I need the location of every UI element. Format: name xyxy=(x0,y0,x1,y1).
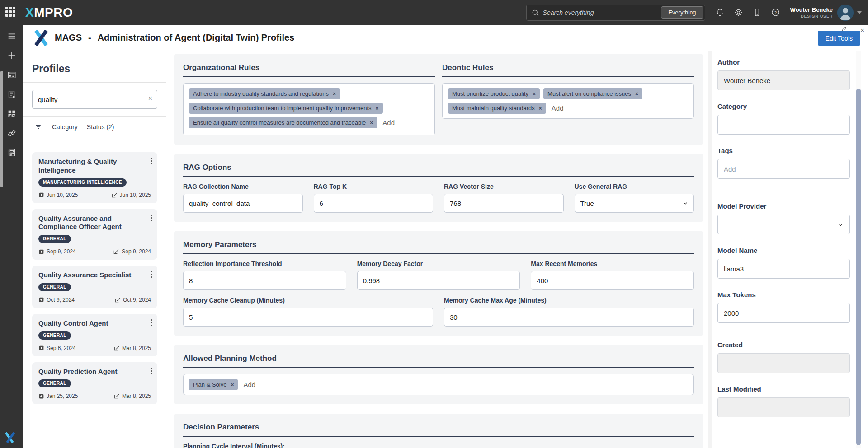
allowed-planning-section: Allowed Planning Method Plan & Solve× Ad… xyxy=(174,345,703,404)
filter-category[interactable]: Category xyxy=(52,123,78,131)
organizational-rules-heading: Organizational Rules xyxy=(183,60,435,77)
notifications-bell-icon[interactable] xyxy=(715,8,725,17)
profiles-panel: Profiles × Category Status (2) Manufactu… xyxy=(23,51,166,448)
search-scope-button[interactable]: Everything xyxy=(661,6,703,19)
global-search-input[interactable] xyxy=(543,9,661,16)
main-scrollbar-thumb[interactable] xyxy=(0,71,3,187)
modified-date: Oct 9, 2024 xyxy=(123,297,151,303)
cache-max-age-input[interactable] xyxy=(444,308,694,327)
filter-status[interactable]: Status (2) xyxy=(87,123,114,131)
link-connection-icon[interactable] xyxy=(7,128,17,138)
rule-tag: Adhere to industry quality standards and… xyxy=(189,88,340,99)
menu-hamburger-icon[interactable] xyxy=(7,31,17,41)
add-rule-button[interactable]: Add xyxy=(550,104,566,112)
rag-options-heading: RAG Options xyxy=(183,159,694,177)
organizational-rules-tagbox[interactable]: Adhere to industry quality standards and… xyxy=(183,83,435,135)
dashboard-icon[interactable] xyxy=(7,70,17,80)
model-name-input[interactable] xyxy=(717,259,850,279)
chevron-down-icon xyxy=(838,222,844,228)
rule-tag: Collaborate with production team to impl… xyxy=(189,103,383,114)
max-tokens-label: Max Tokens xyxy=(717,291,850,299)
remove-tag-icon[interactable]: × xyxy=(376,106,379,111)
filter-icon[interactable] xyxy=(35,123,43,131)
rag-collection-input[interactable] xyxy=(183,194,303,213)
planning-method-tagbox[interactable]: Plan & Solve× Add xyxy=(183,374,694,395)
profile-meta-panel: Author Category Tags Model Provider Mode… xyxy=(717,51,850,448)
reflection-threshold-input[interactable] xyxy=(183,271,346,290)
decision-parameters-heading: Decision Parameters xyxy=(183,419,694,437)
rule-tag: Must maintain quality standards× xyxy=(448,103,546,114)
item-kebab-menu-icon[interactable] xyxy=(151,215,152,221)
add-rule-button[interactable]: Add xyxy=(381,119,396,126)
user-menu-caret-icon[interactable] xyxy=(857,11,862,14)
cache-max-age-label: Memory Cache Max Age (Minutes) xyxy=(444,297,694,304)
category-input[interactable] xyxy=(717,115,850,135)
cache-cleanup-label: Memory Cache Cleanup (Minutes) xyxy=(183,297,433,304)
memory-decay-input[interactable] xyxy=(357,271,520,290)
last-modified-label: Last Modified xyxy=(717,385,850,393)
add-planning-method-button[interactable]: Add xyxy=(241,381,257,388)
deontic-rules-tagbox[interactable]: Must prioritize product quality× Must al… xyxy=(442,83,694,119)
app-name: MAGS xyxy=(55,33,82,43)
cache-cleanup-input[interactable] xyxy=(183,308,433,327)
form-document-icon[interactable] xyxy=(7,89,17,99)
rule-tag: Must alert on compliance issues× xyxy=(543,88,642,99)
remove-tag-icon[interactable]: × xyxy=(333,91,336,97)
blocks-widgets-icon[interactable] xyxy=(7,109,17,119)
divider xyxy=(23,145,166,145)
profile-list-item[interactable]: Quality Prediction Agent GENERAL Jan 25,… xyxy=(32,362,157,405)
help-icon[interactable]: ? xyxy=(771,8,780,17)
add-new-icon[interactable] xyxy=(7,51,17,61)
remove-tag-icon[interactable]: × xyxy=(635,91,638,97)
rag-topk-label: RAG Top K xyxy=(314,183,434,190)
profile-list-item[interactable]: Manufacturing & Quality Intelligence MAN… xyxy=(32,152,157,203)
main-scrollbar-track[interactable] xyxy=(708,51,712,448)
mobile-device-icon[interactable] xyxy=(752,8,762,17)
panel-scrollbar-thumb[interactable] xyxy=(856,89,861,445)
rag-collection-label: RAG Collection Name xyxy=(183,183,303,190)
remove-tag-icon[interactable]: × xyxy=(370,120,373,126)
use-general-rag-select[interactable]: True xyxy=(575,194,694,213)
rule-tag-label: Must prioritize product quality xyxy=(452,90,528,97)
page-header: MAGS - Administration of Agent (Digital … xyxy=(23,25,868,51)
close-icon[interactable]: × xyxy=(860,27,864,33)
edit-tools-button[interactable]: Edit Tools xyxy=(818,31,860,46)
user-role: DESIGN USER xyxy=(790,14,833,19)
remove-tag-icon[interactable]: × xyxy=(231,382,234,387)
max-tokens-input[interactable] xyxy=(717,303,850,323)
profiles-title: Profiles xyxy=(32,63,157,75)
item-kebab-menu-icon[interactable] xyxy=(151,319,152,326)
item-kebab-menu-icon[interactable] xyxy=(151,158,152,164)
profile-list-item[interactable]: Quality Control Agent GENERAL Sep 6, 202… xyxy=(32,314,157,356)
profile-list-item[interactable]: Quality Assurance and Compliance Officer… xyxy=(32,209,157,260)
remove-tag-icon[interactable]: × xyxy=(539,106,542,111)
avatar[interactable] xyxy=(837,5,854,21)
remove-tag-icon[interactable]: × xyxy=(533,91,536,97)
tags-input[interactable] xyxy=(717,159,850,179)
memory-parameters-heading: Memory Parameters xyxy=(183,237,694,254)
app-launcher-icon[interactable] xyxy=(5,7,17,19)
profile-list-item[interactable]: Quality Assurance Specialist GENERAL Oct… xyxy=(32,266,157,308)
rag-topk-input[interactable] xyxy=(314,194,434,213)
item-kebab-menu-icon[interactable] xyxy=(151,368,152,374)
user-menu[interactable]: Wouter Beneke DESIGN USER xyxy=(790,6,833,19)
global-search: Everything xyxy=(526,5,705,21)
rag-vector-size-input[interactable] xyxy=(444,194,564,213)
settings-gear-icon[interactable] xyxy=(734,8,743,17)
left-icon-rail xyxy=(0,25,23,448)
memory-decay-label: Memory Decay Factor xyxy=(357,260,520,267)
created-date: Sep 6, 2024 xyxy=(47,345,76,351)
profiles-search-input[interactable] xyxy=(32,90,157,109)
page-title: Administration of Agent (Digital Twin) P… xyxy=(98,33,295,43)
deontic-rules-heading: Deontic Rules xyxy=(442,60,694,77)
item-kebab-menu-icon[interactable] xyxy=(151,271,152,278)
model-provider-select[interactable] xyxy=(717,215,850,234)
planning-method-tag: Plan & Solve× xyxy=(189,379,238,390)
edit-pencil-icon[interactable] xyxy=(841,25,848,32)
category-label: Category xyxy=(717,103,850,110)
clear-search-icon[interactable]: × xyxy=(148,94,152,103)
max-recent-memories-input[interactable] xyxy=(531,271,694,290)
created-date: Jun 10, 2025 xyxy=(47,192,78,198)
use-general-rag-label: Use General RAG xyxy=(575,183,694,190)
calculator-icon[interactable] xyxy=(7,148,17,158)
